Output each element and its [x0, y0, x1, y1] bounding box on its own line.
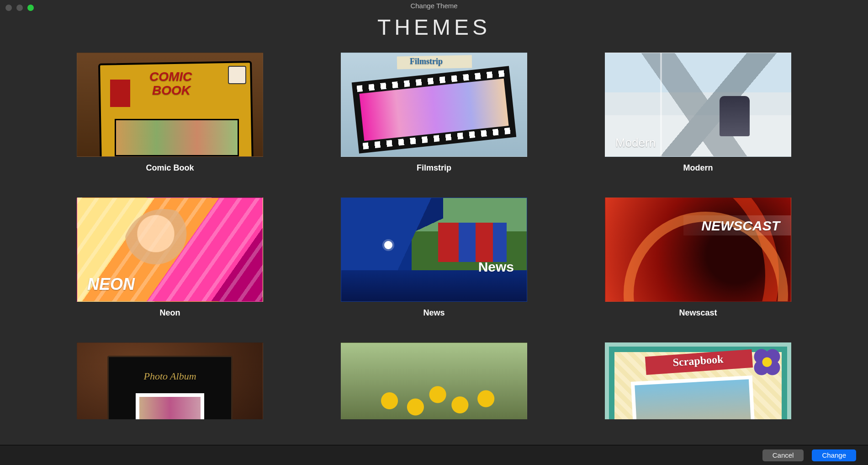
theme-thumbnail: Filmstrip	[341, 53, 527, 157]
themes-grid: COMIC BOOK Comic Book Filmstrip Filmstri…	[0, 53, 868, 419]
neon-overlay-text: NEON	[87, 275, 135, 294]
cancel-button[interactable]: Cancel	[762, 449, 804, 461]
close-window-icon[interactable]	[5, 5, 12, 11]
theme-label: Neon	[77, 308, 263, 318]
theme-modern[interactable]: Modern Modern	[605, 53, 791, 173]
filmstrip-tape-label: Filmstrip	[410, 57, 443, 66]
theme-photo-album[interactable]: Photo Album Photo Album	[77, 342, 263, 419]
page-heading: THEMES	[0, 15, 868, 40]
flower-icon	[753, 348, 781, 376]
theme-news[interactable]: News News	[341, 198, 527, 318]
theme-newscast[interactable]: NEWSCAST Newscast	[605, 198, 791, 318]
window-controls	[5, 5, 34, 11]
theme-scrapbook[interactable]: Scrapbook Scrapbook	[605, 342, 791, 419]
comic-overlay-line1: COMIC	[149, 69, 192, 84]
theme-label: Filmstrip	[341, 163, 527, 173]
theme-neon[interactable]: NEON Neon	[77, 198, 263, 318]
change-button[interactable]: Change	[812, 449, 856, 461]
theme-label: Newscast	[605, 308, 791, 318]
theme-thumbnail: Scrapbook	[605, 342, 791, 419]
theme-filmstrip[interactable]: Filmstrip Filmstrip	[341, 53, 527, 173]
theme-thumbnail: Playful	[341, 342, 527, 419]
apple-stamp-icon	[228, 66, 246, 84]
theme-comic-book[interactable]: COMIC BOOK Comic Book	[77, 53, 263, 173]
globe-icon	[384, 241, 392, 249]
comic-overlay-line2: BOOK	[152, 83, 191, 98]
theme-thumbnail: NEWSCAST	[605, 198, 791, 302]
photo-album-overlay-text: Photo Album	[143, 370, 196, 382]
modern-overlay-text: Modern	[615, 136, 656, 150]
dialog-footer: Cancel Change	[0, 445, 868, 465]
titlebar: Change Theme	[0, 0, 868, 13]
theme-thumbnail: COMIC BOOK	[77, 53, 263, 157]
themes-scroll-area[interactable]: COMIC BOOK Comic Book Filmstrip Filmstri…	[0, 40, 868, 419]
news-overlay-text: News	[478, 259, 514, 275]
theme-thumbnail: NEON	[77, 198, 263, 302]
theme-thumbnail: Modern	[605, 53, 791, 157]
minimize-window-icon[interactable]	[16, 5, 23, 11]
theme-label: News	[341, 308, 527, 318]
theme-thumbnail: News	[341, 198, 527, 302]
theme-playful[interactable]: Playful Playful	[341, 342, 527, 419]
window-title: Change Theme	[410, 2, 457, 10]
theme-label: Comic Book	[77, 163, 263, 173]
theme-label: Modern	[605, 163, 791, 173]
zoom-window-icon[interactable]	[27, 5, 34, 11]
newscast-overlay-text: NEWSCAST	[701, 218, 780, 234]
theme-thumbnail: Photo Album	[77, 342, 263, 419]
